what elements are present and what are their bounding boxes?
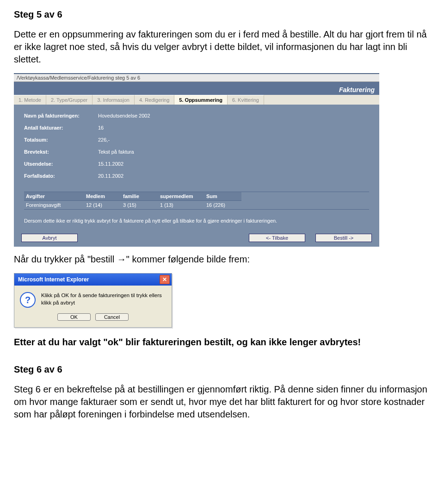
fees-header-supermedlem: supermedlem <box>158 192 204 201</box>
page-title: Fakturering <box>14 85 379 95</box>
fakturering-screenshot: /Verktøykassa/Medlemsservice/Fakturering… <box>14 73 379 247</box>
tab-type-grupper[interactable]: 2. Type/Grupper <box>46 95 92 105</box>
label-brevtekst: Brevtekst: <box>24 149 98 155</box>
tab-redigering[interactable]: 4. Redigering <box>135 95 174 105</box>
tab-metode[interactable]: 1. Metode <box>14 95 46 105</box>
avbryt-button[interactable]: Avbryt <box>21 234 78 242</box>
after-dialog-paragraph: Etter at du har valgt "ok" blir fakturer… <box>14 336 430 348</box>
label-utsendelse: Utsendelse: <box>24 161 98 167</box>
value-utsendelse: 15.11.2002 <box>98 161 369 167</box>
dialog-title: Microsoft Internet Explorer <box>18 276 89 283</box>
step-tabs: 1. Metode 2. Type/Grupper 3. Informasjon… <box>14 95 379 105</box>
question-icon: ? <box>20 292 36 308</box>
close-icon[interactable]: ✕ <box>160 275 170 284</box>
ie-confirm-dialog: Microsoft Internet Explorer ✕ ? Klikk på… <box>14 273 172 328</box>
fees-header-medlem: Medlem <box>84 192 121 201</box>
step6-paragraph: Steg 6 er en bekreftelse på at bestillin… <box>14 383 430 421</box>
summary-table: Navn på faktureringen: Hovedutsendelse 2… <box>24 113 369 179</box>
value-brevtekst: Tekst på faktura <box>98 149 369 155</box>
step5-heading: Steg 5 av 6 <box>14 9 430 20</box>
label-antall: Antall fakturaer: <box>24 125 98 131</box>
fees-table: Avgifter Medlem familie supermedlem Sum … <box>24 192 369 210</box>
bestill-button[interactable]: Bestill -> <box>315 234 372 242</box>
value-forfall: 20.11.2002 <box>98 173 369 179</box>
tilbake-button[interactable]: <- Tilbake <box>249 234 305 242</box>
step5-intro-paragraph: Dette er en oppsummering av faktureringe… <box>14 28 430 66</box>
fees-header-avgifter: Avgifter <box>24 192 84 201</box>
fees-row-label: Foreningsavgift <box>24 201 84 209</box>
fees-row-medlem: 12 (14) <box>84 201 121 209</box>
cancel-button[interactable]: Cancel <box>95 313 129 321</box>
warning-note: Dersom dette ikke er riktig trykk avbryt… <box>24 210 369 230</box>
dialog-message: Klikk på OK for å sende faktureringen ti… <box>41 292 166 308</box>
after-screenshot-paragraph: Når du trykker på "bestill →" kommer føl… <box>14 253 430 266</box>
breadcrumb: /Verktøykassa/Medlemsservice/Fakturering… <box>14 74 379 82</box>
ok-button[interactable]: OK <box>57 313 91 321</box>
value-antall: 16 <box>98 125 369 131</box>
fees-header-sum: Sum <box>204 192 241 201</box>
label-forfall: Forfallsdato: <box>24 173 98 179</box>
tab-informasjon[interactable]: 3. Informasjon <box>92 95 135 105</box>
value-totalsum: 226,- <box>98 137 369 143</box>
fees-row-supermedlem: 1 (13) <box>158 201 204 209</box>
label-navn: Navn på faktureringen: <box>24 113 98 118</box>
fees-row-familie: 3 (15) <box>121 201 158 209</box>
tab-kvittering[interactable]: 6. Kvittering <box>228 95 264 105</box>
label-totalsum: Totalsum: <box>24 137 98 143</box>
fees-header-familie: familie <box>121 192 158 201</box>
fees-row-sum: 16 (226) <box>204 201 241 209</box>
step6-heading: Steg 6 av 6 <box>14 364 430 375</box>
tab-oppsummering[interactable]: 5. Oppsummering <box>174 95 228 105</box>
value-navn: Hovedutsendelse 2002 <box>98 113 369 118</box>
